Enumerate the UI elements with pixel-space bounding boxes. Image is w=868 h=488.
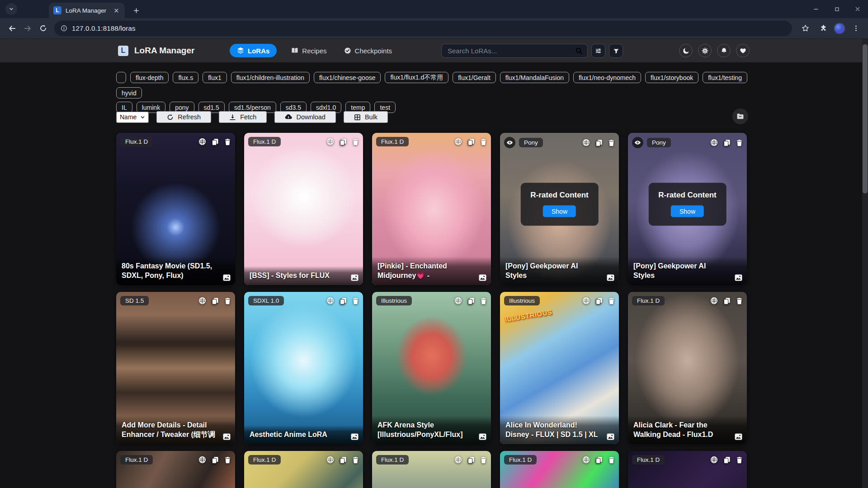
trash-icon[interactable] xyxy=(224,297,231,305)
tag-pill[interactable]: flux1/MandalaFusion xyxy=(500,72,569,83)
trash-icon[interactable] xyxy=(736,456,743,464)
lora-card[interactable]: Flux.1 D xyxy=(628,451,747,488)
copy-icon[interactable] xyxy=(467,138,475,145)
tag-pill[interactable]: flux1/Geralt xyxy=(453,72,496,83)
tag-pill[interactable]: flux1/storybook xyxy=(645,72,698,83)
copy-icon[interactable] xyxy=(340,138,347,145)
copy-icon[interactable] xyxy=(340,456,347,464)
lora-card[interactable]: Pony R-rated Content Show [Pony] Geekpow… xyxy=(500,133,619,285)
trash-icon[interactable] xyxy=(736,139,743,146)
browser-menu-icon[interactable] xyxy=(848,21,863,36)
trash-icon[interactable] xyxy=(224,138,231,145)
image-icon[interactable] xyxy=(223,274,231,281)
globe-icon[interactable] xyxy=(326,456,334,464)
copy-icon[interactable] xyxy=(212,297,219,305)
eye-icon[interactable] xyxy=(632,137,643,148)
image-icon[interactable] xyxy=(735,433,742,440)
lora-card[interactable]: SDXL 1.0 Aesthetic Anime LoRA xyxy=(244,292,363,444)
eye-icon[interactable] xyxy=(504,137,515,148)
image-icon[interactable] xyxy=(479,274,486,281)
tab-loras[interactable]: LoRAs xyxy=(230,44,277,57)
lora-card[interactable]: Illustrious AFK Arena Style [Illustrious… xyxy=(372,292,491,444)
globe-icon[interactable] xyxy=(198,456,206,464)
copy-icon[interactable] xyxy=(595,297,603,305)
copy-icon[interactable] xyxy=(595,456,603,464)
tab-search-button[interactable] xyxy=(5,3,17,15)
tag-pill[interactable]: flux1/chinese-goose xyxy=(314,72,381,83)
refresh-button[interactable]: Refresh xyxy=(156,111,211,123)
trash-icon[interactable] xyxy=(608,456,615,464)
copy-icon[interactable] xyxy=(467,456,475,464)
show-button[interactable]: Show xyxy=(543,206,576,217)
tag-pill[interactable]: hyvid xyxy=(116,87,142,99)
search-input[interactable] xyxy=(448,47,575,55)
copy-icon[interactable] xyxy=(723,456,731,464)
forward-button[interactable] xyxy=(20,21,35,36)
trash-icon[interactable] xyxy=(352,456,359,464)
copy-icon[interactable] xyxy=(723,139,731,146)
fetch-button[interactable]: Fetch xyxy=(219,111,267,123)
globe-icon[interactable] xyxy=(582,456,590,464)
globe-icon[interactable] xyxy=(710,139,718,146)
image-icon[interactable] xyxy=(351,433,359,440)
globe-icon[interactable] xyxy=(710,456,718,464)
copy-icon[interactable] xyxy=(467,297,475,305)
copy-icon[interactable] xyxy=(723,297,731,305)
tag-pill[interactable]: flux.s xyxy=(173,72,198,83)
lora-card[interactable]: Flux.1 D xyxy=(116,451,235,488)
trash-icon[interactable] xyxy=(352,138,359,145)
globe-icon[interactable] xyxy=(326,138,334,145)
browser-tab[interactable]: L LoRA Manager xyxy=(49,3,125,18)
globe-icon[interactable] xyxy=(454,297,462,305)
trash-icon[interactable] xyxy=(608,139,615,146)
tab-checkpoints[interactable]: Checkpoints xyxy=(341,44,395,57)
copy-icon[interactable] xyxy=(595,139,603,146)
lora-card[interactable]: Flux.1 D [Pinkie] - Enchanted Midjourney… xyxy=(372,133,491,285)
lora-card[interactable]: Flux.1 D xyxy=(372,451,491,488)
tab-close-icon[interactable] xyxy=(112,6,120,14)
folder-button[interactable] xyxy=(732,108,748,124)
bookmark-star-icon[interactable] xyxy=(797,21,813,36)
tag-pill[interactable]: flux1/children-illustration xyxy=(231,72,310,83)
search-icon[interactable] xyxy=(575,47,583,55)
globe-icon[interactable] xyxy=(326,297,334,305)
filter-button[interactable] xyxy=(609,44,623,58)
settings-button[interactable] xyxy=(698,44,712,57)
tag-pill[interactable]: flux1 xyxy=(203,72,227,83)
site-info-icon[interactable] xyxy=(61,25,67,32)
tab-recipes[interactable]: Recipes xyxy=(288,44,329,57)
lora-card[interactable]: SD 1.5 Add More Details - Detail Enhance… xyxy=(116,292,235,444)
new-tab-button[interactable] xyxy=(130,5,142,16)
download-button[interactable]: Download xyxy=(274,111,336,123)
copy-icon[interactable] xyxy=(212,138,219,145)
trash-icon[interactable] xyxy=(480,456,487,464)
profile-avatar[interactable] xyxy=(834,23,845,34)
globe-icon[interactable] xyxy=(582,297,590,305)
globe-icon[interactable] xyxy=(198,138,206,145)
address-bar[interactable]: 127.0.0.1:8188/loras xyxy=(54,21,792,36)
tag-pill[interactable]: flux-depth xyxy=(130,72,169,83)
lora-card[interactable]: Flux.1 D Alicia Clark - Fear the Walking… xyxy=(628,292,747,444)
tag-pill[interactable] xyxy=(116,72,126,83)
tag-pill[interactable]: flux1/flux1.d不常用 xyxy=(385,72,448,83)
copy-icon[interactable] xyxy=(212,456,219,464)
trash-icon[interactable] xyxy=(608,297,615,305)
image-icon[interactable] xyxy=(607,433,614,440)
support-button[interactable] xyxy=(736,44,750,57)
notifications-button[interactable] xyxy=(717,44,731,57)
image-icon[interactable] xyxy=(479,433,486,440)
globe-icon[interactable] xyxy=(582,139,590,146)
sort-select[interactable]: Name xyxy=(116,112,149,123)
globe-icon[interactable] xyxy=(454,138,462,145)
globe-icon[interactable] xyxy=(454,456,462,464)
bulk-button[interactable]: Bulk xyxy=(344,111,388,123)
theme-toggle-button[interactable] xyxy=(679,44,693,57)
tag-pill[interactable]: flux1/testing xyxy=(703,72,747,83)
lora-card[interactable]: Flux.1 D xyxy=(500,451,619,488)
globe-icon[interactable] xyxy=(710,297,718,305)
globe-icon[interactable] xyxy=(198,297,206,305)
lora-card[interactable]: Flux.1 D xyxy=(244,451,363,488)
lora-card[interactable]: Pony R-rated Content Show [Pony] Geekpow… xyxy=(628,133,747,285)
lora-card[interactable]: Flux.1 D 80s Fantasy Movie (SD1.5, SDXL,… xyxy=(116,133,235,285)
trash-icon[interactable] xyxy=(736,297,743,305)
